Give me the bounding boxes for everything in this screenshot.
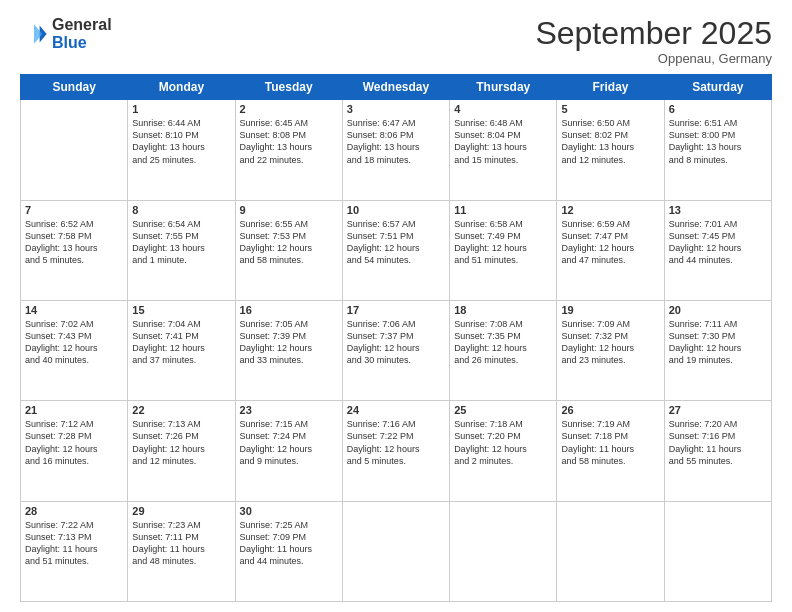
calendar-cell (450, 501, 557, 601)
day-info: Sunrise: 6:54 AMSunset: 7:55 PMDaylight:… (132, 218, 230, 267)
calendar-cell: 11Sunrise: 6:58 AMSunset: 7:49 PMDayligh… (450, 200, 557, 300)
day-number: 10 (347, 204, 445, 216)
day-info: Sunrise: 6:47 AMSunset: 8:06 PMDaylight:… (347, 117, 445, 166)
col-saturday: Saturday (664, 75, 771, 100)
calendar-cell: 16Sunrise: 7:05 AMSunset: 7:39 PMDayligh… (235, 300, 342, 400)
day-info: Sunrise: 6:48 AMSunset: 8:04 PMDaylight:… (454, 117, 552, 166)
calendar-cell: 15Sunrise: 7:04 AMSunset: 7:41 PMDayligh… (128, 300, 235, 400)
day-number: 22 (132, 404, 230, 416)
day-number: 6 (669, 103, 767, 115)
calendar-cell: 12Sunrise: 6:59 AMSunset: 7:47 PMDayligh… (557, 200, 664, 300)
calendar-cell (557, 501, 664, 601)
calendar-table: Sunday Monday Tuesday Wednesday Thursday… (20, 74, 772, 602)
calendar-cell: 26Sunrise: 7:19 AMSunset: 7:18 PMDayligh… (557, 401, 664, 501)
day-info: Sunrise: 6:57 AMSunset: 7:51 PMDaylight:… (347, 218, 445, 267)
calendar-cell: 17Sunrise: 7:06 AMSunset: 7:37 PMDayligh… (342, 300, 449, 400)
day-info: Sunrise: 7:25 AMSunset: 7:09 PMDaylight:… (240, 519, 338, 568)
day-number: 9 (240, 204, 338, 216)
calendar-cell: 6Sunrise: 6:51 AMSunset: 8:00 PMDaylight… (664, 100, 771, 200)
calendar-header-row: Sunday Monday Tuesday Wednesday Thursday… (21, 75, 772, 100)
calendar-week-3: 14Sunrise: 7:02 AMSunset: 7:43 PMDayligh… (21, 300, 772, 400)
calendar-cell: 13Sunrise: 7:01 AMSunset: 7:45 PMDayligh… (664, 200, 771, 300)
day-info: Sunrise: 7:20 AMSunset: 7:16 PMDaylight:… (669, 418, 767, 467)
page: General Blue September 2025 Oppenau, Ger… (0, 0, 792, 612)
day-number: 21 (25, 404, 123, 416)
day-number: 20 (669, 304, 767, 316)
calendar-cell: 21Sunrise: 7:12 AMSunset: 7:28 PMDayligh… (21, 401, 128, 501)
day-number: 7 (25, 204, 123, 216)
day-number: 14 (25, 304, 123, 316)
calendar-cell (664, 501, 771, 601)
day-number: 30 (240, 505, 338, 517)
day-number: 17 (347, 304, 445, 316)
calendar-cell: 19Sunrise: 7:09 AMSunset: 7:32 PMDayligh… (557, 300, 664, 400)
logo-blue: Blue (52, 34, 112, 52)
day-number: 16 (240, 304, 338, 316)
calendar-week-5: 28Sunrise: 7:22 AMSunset: 7:13 PMDayligh… (21, 501, 772, 601)
day-info: Sunrise: 6:52 AMSunset: 7:58 PMDaylight:… (25, 218, 123, 267)
day-info: Sunrise: 7:18 AMSunset: 7:20 PMDaylight:… (454, 418, 552, 467)
day-info: Sunrise: 7:11 AMSunset: 7:30 PMDaylight:… (669, 318, 767, 367)
day-number: 23 (240, 404, 338, 416)
day-number: 28 (25, 505, 123, 517)
day-info: Sunrise: 7:09 AMSunset: 7:32 PMDaylight:… (561, 318, 659, 367)
day-info: Sunrise: 7:02 AMSunset: 7:43 PMDaylight:… (25, 318, 123, 367)
day-number: 2 (240, 103, 338, 115)
day-info: Sunrise: 6:55 AMSunset: 7:53 PMDaylight:… (240, 218, 338, 267)
calendar-cell: 10Sunrise: 6:57 AMSunset: 7:51 PMDayligh… (342, 200, 449, 300)
day-number: 29 (132, 505, 230, 517)
day-number: 12 (561, 204, 659, 216)
day-number: 19 (561, 304, 659, 316)
calendar-cell: 5Sunrise: 6:50 AMSunset: 8:02 PMDaylight… (557, 100, 664, 200)
day-info: Sunrise: 6:51 AMSunset: 8:00 PMDaylight:… (669, 117, 767, 166)
day-info: Sunrise: 6:50 AMSunset: 8:02 PMDaylight:… (561, 117, 659, 166)
col-sunday: Sunday (21, 75, 128, 100)
day-number: 5 (561, 103, 659, 115)
day-info: Sunrise: 7:08 AMSunset: 7:35 PMDaylight:… (454, 318, 552, 367)
calendar-cell: 1Sunrise: 6:44 AMSunset: 8:10 PMDaylight… (128, 100, 235, 200)
day-number: 25 (454, 404, 552, 416)
col-wednesday: Wednesday (342, 75, 449, 100)
calendar-cell: 22Sunrise: 7:13 AMSunset: 7:26 PMDayligh… (128, 401, 235, 501)
day-info: Sunrise: 7:19 AMSunset: 7:18 PMDaylight:… (561, 418, 659, 467)
day-info: Sunrise: 6:45 AMSunset: 8:08 PMDaylight:… (240, 117, 338, 166)
title-block: September 2025 Oppenau, Germany (535, 16, 772, 66)
logo: General Blue (20, 16, 112, 51)
col-friday: Friday (557, 75, 664, 100)
day-number: 8 (132, 204, 230, 216)
day-number: 24 (347, 404, 445, 416)
day-info: Sunrise: 7:06 AMSunset: 7:37 PMDaylight:… (347, 318, 445, 367)
calendar-week-2: 7Sunrise: 6:52 AMSunset: 7:58 PMDaylight… (21, 200, 772, 300)
calendar-cell: 18Sunrise: 7:08 AMSunset: 7:35 PMDayligh… (450, 300, 557, 400)
calendar-cell: 7Sunrise: 6:52 AMSunset: 7:58 PMDaylight… (21, 200, 128, 300)
day-info: Sunrise: 7:15 AMSunset: 7:24 PMDaylight:… (240, 418, 338, 467)
calendar-cell: 4Sunrise: 6:48 AMSunset: 8:04 PMDaylight… (450, 100, 557, 200)
day-info: Sunrise: 7:22 AMSunset: 7:13 PMDaylight:… (25, 519, 123, 568)
day-number: 11 (454, 204, 552, 216)
logo-general: General (52, 16, 112, 34)
calendar-cell: 25Sunrise: 7:18 AMSunset: 7:20 PMDayligh… (450, 401, 557, 501)
day-number: 15 (132, 304, 230, 316)
calendar-week-4: 21Sunrise: 7:12 AMSunset: 7:28 PMDayligh… (21, 401, 772, 501)
day-info: Sunrise: 7:12 AMSunset: 7:28 PMDaylight:… (25, 418, 123, 467)
calendar-cell: 30Sunrise: 7:25 AMSunset: 7:09 PMDayligh… (235, 501, 342, 601)
day-number: 1 (132, 103, 230, 115)
calendar-cell (21, 100, 128, 200)
day-info: Sunrise: 7:16 AMSunset: 7:22 PMDaylight:… (347, 418, 445, 467)
day-info: Sunrise: 6:58 AMSunset: 7:49 PMDaylight:… (454, 218, 552, 267)
day-info: Sunrise: 7:05 AMSunset: 7:39 PMDaylight:… (240, 318, 338, 367)
day-info: Sunrise: 7:13 AMSunset: 7:26 PMDaylight:… (132, 418, 230, 467)
calendar-cell: 23Sunrise: 7:15 AMSunset: 7:24 PMDayligh… (235, 401, 342, 501)
day-info: Sunrise: 7:23 AMSunset: 7:11 PMDaylight:… (132, 519, 230, 568)
header: General Blue September 2025 Oppenau, Ger… (20, 16, 772, 66)
day-info: Sunrise: 6:59 AMSunset: 7:47 PMDaylight:… (561, 218, 659, 267)
day-info: Sunrise: 7:01 AMSunset: 7:45 PMDaylight:… (669, 218, 767, 267)
day-number: 3 (347, 103, 445, 115)
col-thursday: Thursday (450, 75, 557, 100)
logo-icon (20, 20, 48, 48)
calendar-cell (342, 501, 449, 601)
calendar-cell: 28Sunrise: 7:22 AMSunset: 7:13 PMDayligh… (21, 501, 128, 601)
calendar-cell: 29Sunrise: 7:23 AMSunset: 7:11 PMDayligh… (128, 501, 235, 601)
calendar-cell: 3Sunrise: 6:47 AMSunset: 8:06 PMDaylight… (342, 100, 449, 200)
col-tuesday: Tuesday (235, 75, 342, 100)
